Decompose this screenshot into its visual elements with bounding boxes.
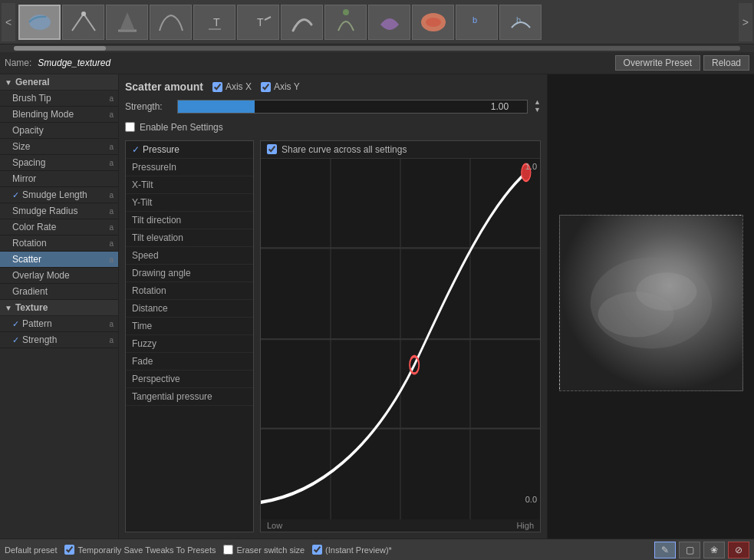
axis-x-label: Axis X xyxy=(226,81,252,92)
square-tool-button[interactable]: ▢ xyxy=(679,542,700,558)
pen-settings-checkbox[interactable] xyxy=(125,122,135,132)
texture-label: Texture xyxy=(15,302,48,313)
stop-tool-button[interactable]: ⊘ xyxy=(728,542,749,558)
brush-thumb-11[interactable]: b xyxy=(499,5,542,40)
input-item-xtilt[interactable]: X-Tilt xyxy=(126,176,253,194)
sidebar-item-strength[interactable]: ✓ Strength a xyxy=(0,332,118,348)
curve-area[interactable]: 1.0 0.0 xyxy=(261,159,540,519)
name-row: Name: Smudge_textured Overwrite Preset R… xyxy=(0,52,754,74)
brush-thumb-6[interactable] xyxy=(281,5,323,40)
brush-tip-shortcut: a xyxy=(109,94,114,103)
sidebar-item-color-rate[interactable]: Color Rate a xyxy=(0,219,118,236)
time-label: Time xyxy=(132,321,152,331)
scatter-title: Scatter amount xyxy=(125,81,203,93)
distance-label: Distance xyxy=(132,303,168,314)
brush-thumb-9[interactable] xyxy=(412,5,454,40)
brush-prev-button[interactable]: < xyxy=(2,3,15,41)
sidebar-item-scatter[interactable]: Scatter a xyxy=(0,252,118,268)
instant-preview-checkbox[interactable] xyxy=(312,545,322,555)
input-item-perspective[interactable]: Perspective xyxy=(126,371,253,388)
scatter-header: Scatter amount Axis X Axis Y xyxy=(125,81,541,93)
eraser-switch-check: Eraser switch size xyxy=(223,545,305,555)
axis-x-checkbox[interactable] xyxy=(212,82,222,92)
temp-save-check: Temporarily Save Tweaks To Presets xyxy=(64,545,216,555)
strength-slider[interactable]: 1.00 xyxy=(177,100,528,114)
reload-button[interactable]: Reload xyxy=(703,55,749,71)
brush-thumb-0[interactable] xyxy=(18,5,61,40)
sidebar-item-opacity[interactable]: Opacity xyxy=(0,123,118,139)
input-item-fuzzy[interactable]: Fuzzy xyxy=(126,335,253,353)
svg-point-9 xyxy=(426,18,441,27)
input-item-drawing-angle[interactable]: Drawing angle xyxy=(126,265,253,282)
sidebar-item-smudge-length[interactable]: ✓ Smudge Length a xyxy=(0,187,118,203)
brush-thumb-4[interactable]: T xyxy=(193,5,235,40)
ytilt-label: Y-Tilt xyxy=(132,197,152,208)
input-item-distance[interactable]: Distance xyxy=(126,300,253,318)
color-rate-label: Color Rate xyxy=(12,222,56,232)
axis-y-checkbox[interactable] xyxy=(261,82,271,92)
curve-svg[interactable] xyxy=(261,159,540,519)
sidebar-item-gradient[interactable]: Gradient xyxy=(0,284,118,300)
sidebar-item-spacing[interactable]: Spacing a xyxy=(0,155,118,171)
brush-thumb-8[interactable] xyxy=(368,5,410,40)
tilt-direction-label: Tilt direction xyxy=(132,215,181,226)
general-label: General xyxy=(15,77,50,87)
sidebar-texture-header[interactable]: ▼ Texture xyxy=(0,300,118,316)
brush-thumb-5[interactable]: T xyxy=(237,5,279,40)
right-preview-panel xyxy=(547,74,754,539)
sidebar-item-size[interactable]: Size a xyxy=(0,139,118,155)
sidebar-general-header[interactable]: ▼ General xyxy=(0,74,118,91)
eraser-switch-checkbox[interactable] xyxy=(223,545,233,555)
svg-text:b: b xyxy=(472,15,477,25)
gradient-label: Gradient xyxy=(12,286,48,297)
opacity-label: Opacity xyxy=(12,125,44,136)
input-item-speed[interactable]: Speed xyxy=(126,247,253,265)
sidebar-item-pattern[interactable]: ✓ Pattern a xyxy=(0,316,118,332)
overwrite-preset-button[interactable]: Overwrite Preset xyxy=(615,55,700,71)
eraser-switch-label: Eraser switch size xyxy=(236,545,305,555)
share-curve-checkbox[interactable] xyxy=(267,144,277,154)
tangential-label: Tangential pressure xyxy=(132,391,212,402)
curve-high-label: 1.0 xyxy=(525,162,537,171)
sidebar-item-smudge-radius[interactable]: Smudge Radius a xyxy=(0,203,118,219)
pattern-shortcut: a xyxy=(109,320,114,328)
strength-spinner[interactable]: ▲ ▼ xyxy=(534,99,541,114)
svg-point-23 xyxy=(636,272,696,311)
sidebar-item-mirror[interactable]: Mirror xyxy=(0,171,118,187)
sidebar-item-blending-mode[interactable]: Blending Mode a xyxy=(0,107,118,123)
sidebar-item-overlay-mode[interactable]: Overlay Mode xyxy=(0,268,118,284)
brush-scrollbar[interactable] xyxy=(14,46,740,51)
brush-thumb-10[interactable]: b xyxy=(456,5,498,40)
strength-check-icon: ✓ xyxy=(12,335,19,345)
brush-tool-button[interactable]: ✎ xyxy=(654,542,676,558)
input-item-pressurein[interactable]: PressureIn xyxy=(126,159,253,176)
blending-mode-label: Blending Mode xyxy=(12,109,74,120)
texture-triangle-icon: ▼ xyxy=(5,304,12,312)
smudge-length-check-icon: ✓ xyxy=(12,190,19,200)
input-item-time[interactable]: Time xyxy=(126,318,253,335)
brush-thumb-1[interactable] xyxy=(62,5,104,40)
sidebar-item-rotation[interactable]: Rotation a xyxy=(0,236,118,252)
flower-tool-button[interactable]: ❀ xyxy=(703,542,725,558)
input-item-fade[interactable]: Fade xyxy=(126,353,253,371)
curve-panel-header: Share curve across all settings xyxy=(261,141,540,159)
curve-panel: Share curve across all settings 1.0 0.0 xyxy=(260,140,541,532)
strength-row: Strength: 1.00 ▲ ▼ xyxy=(125,99,541,114)
input-item-ytilt[interactable]: Y-Tilt xyxy=(126,194,253,212)
temp-save-checkbox[interactable] xyxy=(64,545,74,555)
brush-thumb-7[interactable] xyxy=(324,5,367,40)
brush-thumb-2[interactable] xyxy=(106,5,148,40)
brush-thumb-3[interactable] xyxy=(150,5,192,40)
input-item-tilt-direction[interactable]: Tilt direction xyxy=(126,212,253,229)
input-item-pressure[interactable]: ✓ Pressure xyxy=(126,141,253,159)
sidebar-item-brush-tip[interactable]: Brush Tip a xyxy=(0,91,118,107)
input-item-tilt-elevation[interactable]: Tilt elevation xyxy=(126,229,253,247)
default-preset-label: Default preset xyxy=(5,545,57,555)
curve-low-axis-label: Low xyxy=(267,521,282,530)
xtilt-label: X-Tilt xyxy=(132,180,153,190)
curve-axis-labels: Low High xyxy=(261,519,540,532)
input-item-rotation[interactable]: Rotation xyxy=(126,282,253,300)
smudge-radius-label: Smudge Radius xyxy=(12,206,77,216)
brush-next-button[interactable]: > xyxy=(739,3,752,41)
input-item-tangential[interactable]: Tangential pressure xyxy=(126,388,253,406)
